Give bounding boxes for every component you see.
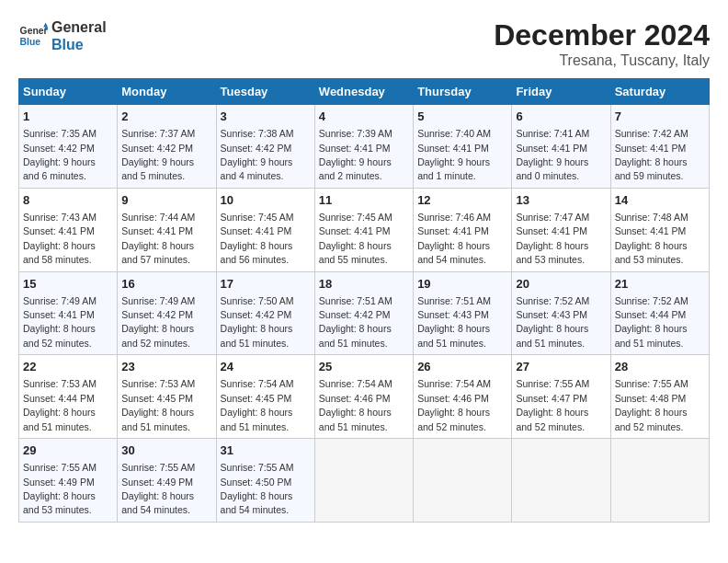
day-number: 28 (615, 359, 705, 375)
day-number: 11 (319, 192, 409, 209)
svg-text:General: General (20, 27, 48, 37)
calendar-cell: 7 Sunrise: 7:42 AMSunset: 4:41 PMDayligh… (610, 105, 709, 189)
day-info: Sunrise: 7:38 AMSunset: 4:42 PMDaylight:… (221, 128, 294, 181)
day-info: Sunrise: 7:54 AMSunset: 4:46 PMDaylight:… (319, 378, 392, 431)
day-info: Sunrise: 7:37 AMSunset: 4:42 PMDaylight:… (121, 128, 195, 181)
day-number: 3 (221, 109, 311, 125)
day-header-sunday: Sunday (19, 79, 118, 105)
day-info: Sunrise: 7:42 AMSunset: 4:41 PMDaylight:… (615, 128, 688, 181)
day-number: 19 (417, 276, 507, 293)
logo-icon: General Blue (18, 21, 48, 51)
logo-line2: Blue (51, 36, 107, 53)
day-number: 1 (23, 109, 113, 125)
day-header-monday: Monday (118, 79, 216, 105)
day-number: 6 (516, 109, 606, 125)
day-info: Sunrise: 7:53 AMSunset: 4:44 PMDaylight:… (23, 378, 97, 431)
day-info: Sunrise: 7:49 AMSunset: 4:42 PMDaylight:… (121, 295, 195, 349)
calendar-body: 1 Sunrise: 7:35 AMSunset: 4:42 PMDayligh… (19, 105, 710, 523)
day-number: 30 (121, 442, 211, 459)
main-title: December 2024 (494, 18, 710, 52)
calendar-cell: 20 Sunrise: 7:52 AMSunset: 4:43 PMDaylig… (512, 271, 610, 355)
day-info: Sunrise: 7:51 AMSunset: 4:43 PMDaylight:… (417, 295, 491, 349)
day-info: Sunrise: 7:39 AMSunset: 4:41 PMDaylight:… (319, 128, 392, 181)
day-number: 22 (23, 359, 113, 375)
day-number: 10 (221, 192, 311, 209)
calendar-cell (414, 439, 512, 523)
day-number: 18 (319, 276, 409, 293)
day-header-wednesday: Wednesday (314, 79, 413, 105)
day-number: 31 (221, 442, 311, 459)
calendar-cell: 21 Sunrise: 7:52 AMSunset: 4:44 PMDaylig… (610, 271, 709, 355)
day-number: 27 (516, 359, 606, 375)
calendar-cell: 10 Sunrise: 7:45 AMSunset: 4:41 PMDaylig… (216, 188, 314, 271)
calendar-cell: 13 Sunrise: 7:47 AMSunset: 4:41 PMDaylig… (512, 188, 610, 271)
title-block: December 2024 Tresana, Tuscany, Italy (494, 18, 710, 69)
calendar-week-3: 15 Sunrise: 7:49 AMSunset: 4:41 PMDaylig… (19, 271, 710, 355)
calendar-week-2: 8 Sunrise: 7:43 AMSunset: 4:41 PMDayligh… (19, 188, 710, 271)
calendar-cell: 12 Sunrise: 7:46 AMSunset: 4:41 PMDaylig… (414, 188, 512, 271)
calendar-cell: 24 Sunrise: 7:54 AMSunset: 4:45 PMDaylig… (216, 355, 314, 439)
day-number: 25 (319, 359, 409, 375)
calendar-cell: 2 Sunrise: 7:37 AMSunset: 4:42 PMDayligh… (118, 105, 216, 189)
day-number: 20 (516, 276, 606, 293)
day-number: 15 (23, 276, 113, 293)
day-info: Sunrise: 7:46 AMSunset: 4:41 PMDaylight:… (417, 212, 491, 265)
calendar-header-row: SundayMondayTuesdayWednesdayThursdayFrid… (19, 79, 710, 105)
day-info: Sunrise: 7:52 AMSunset: 4:43 PMDaylight:… (516, 295, 589, 349)
day-number: 16 (121, 276, 211, 293)
day-info: Sunrise: 7:54 AMSunset: 4:45 PMDaylight:… (221, 378, 294, 431)
day-info: Sunrise: 7:45 AMSunset: 4:41 PMDaylight:… (221, 212, 294, 265)
location-subtitle: Tresana, Tuscany, Italy (494, 52, 710, 69)
day-info: Sunrise: 7:55 AMSunset: 4:48 PMDaylight:… (615, 378, 688, 431)
day-number: 17 (221, 276, 311, 293)
calendar-cell: 29 Sunrise: 7:55 AMSunset: 4:49 PMDaylig… (19, 439, 118, 523)
day-number: 9 (121, 192, 211, 209)
calendar-cell: 23 Sunrise: 7:53 AMSunset: 4:45 PMDaylig… (118, 355, 216, 439)
svg-text:Blue: Blue (20, 37, 41, 47)
day-info: Sunrise: 7:55 AMSunset: 4:49 PMDaylight:… (121, 462, 195, 515)
day-number: 26 (417, 359, 507, 375)
calendar-cell: 19 Sunrise: 7:51 AMSunset: 4:43 PMDaylig… (414, 271, 512, 355)
calendar-cell: 25 Sunrise: 7:54 AMSunset: 4:46 PMDaylig… (314, 355, 413, 439)
day-number: 14 (615, 192, 705, 209)
calendar-cell: 27 Sunrise: 7:55 AMSunset: 4:47 PMDaylig… (512, 355, 610, 439)
calendar-cell (610, 439, 709, 523)
day-info: Sunrise: 7:35 AMSunset: 4:42 PMDaylight:… (23, 128, 97, 181)
day-number: 4 (319, 109, 409, 125)
calendar-cell: 4 Sunrise: 7:39 AMSunset: 4:41 PMDayligh… (314, 105, 413, 189)
calendar-cell: 5 Sunrise: 7:40 AMSunset: 4:41 PMDayligh… (414, 105, 512, 189)
day-number: 21 (615, 276, 705, 293)
calendar-cell: 9 Sunrise: 7:44 AMSunset: 4:41 PMDayligh… (118, 188, 216, 271)
day-number: 5 (417, 109, 507, 125)
day-number: 12 (417, 192, 507, 209)
day-number: 24 (221, 359, 311, 375)
day-info: Sunrise: 7:55 AMSunset: 4:50 PMDaylight:… (221, 462, 294, 515)
calendar-cell: 8 Sunrise: 7:43 AMSunset: 4:41 PMDayligh… (19, 188, 118, 271)
day-number: 8 (23, 192, 113, 209)
day-info: Sunrise: 7:43 AMSunset: 4:41 PMDaylight:… (23, 212, 97, 265)
day-info: Sunrise: 7:54 AMSunset: 4:46 PMDaylight:… (417, 378, 491, 431)
day-info: Sunrise: 7:53 AMSunset: 4:45 PMDaylight:… (121, 378, 195, 431)
calendar-cell: 11 Sunrise: 7:45 AMSunset: 4:41 PMDaylig… (314, 188, 413, 271)
day-header-thursday: Thursday (414, 79, 512, 105)
calendar-week-4: 22 Sunrise: 7:53 AMSunset: 4:44 PMDaylig… (19, 355, 710, 439)
calendar-week-1: 1 Sunrise: 7:35 AMSunset: 4:42 PMDayligh… (19, 105, 710, 189)
day-info: Sunrise: 7:45 AMSunset: 4:41 PMDaylight:… (319, 212, 392, 265)
calendar-cell (314, 439, 413, 523)
day-number: 2 (121, 109, 211, 125)
day-header-friday: Friday (512, 79, 610, 105)
svg-marker-3 (45, 28, 48, 30)
calendar-table: SundayMondayTuesdayWednesdayThursdayFrid… (18, 78, 710, 523)
day-number: 29 (23, 442, 113, 459)
logo: General Blue General Blue (18, 18, 107, 53)
day-info: Sunrise: 7:55 AMSunset: 4:49 PMDaylight:… (23, 462, 97, 515)
svg-marker-2 (43, 23, 48, 28)
day-number: 13 (516, 192, 606, 209)
calendar-cell: 15 Sunrise: 7:49 AMSunset: 4:41 PMDaylig… (19, 271, 118, 355)
day-info: Sunrise: 7:52 AMSunset: 4:44 PMDaylight:… (615, 295, 688, 349)
day-info: Sunrise: 7:47 AMSunset: 4:41 PMDaylight:… (516, 212, 589, 265)
calendar-cell: 1 Sunrise: 7:35 AMSunset: 4:42 PMDayligh… (19, 105, 118, 189)
day-info: Sunrise: 7:48 AMSunset: 4:41 PMDaylight:… (615, 212, 688, 265)
calendar-cell: 28 Sunrise: 7:55 AMSunset: 4:48 PMDaylig… (610, 355, 709, 439)
day-info: Sunrise: 7:44 AMSunset: 4:41 PMDaylight:… (121, 212, 195, 265)
